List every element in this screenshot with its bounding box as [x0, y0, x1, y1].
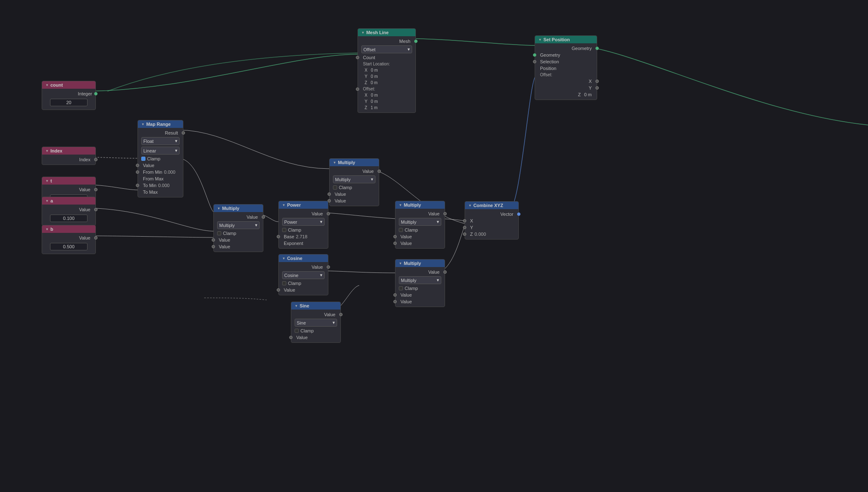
multiply2-label: Multiply [222, 206, 240, 211]
a-label: a [50, 198, 53, 203]
m2-val1-socket[interactable] [212, 238, 215, 242]
map-range-value-label: Value [143, 163, 154, 168]
to-max-label: To Max [143, 190, 158, 195]
mesh-line-offset-dropdown[interactable]: Offset ▾ [361, 45, 412, 53]
cosine-out-socket[interactable] [327, 265, 330, 269]
index-header: ▼ Index [42, 147, 95, 155]
set-pos-geo-out-row: Geometry [535, 45, 597, 52]
power-type-dropdown[interactable]: Power ▾ [282, 218, 325, 226]
count-output-socket[interactable] [94, 92, 98, 95]
m2-val2-socket[interactable] [212, 245, 215, 248]
cosine-out-label: Value [312, 265, 323, 270]
m2-out-socket[interactable] [262, 215, 265, 219]
m2-clamp[interactable] [217, 231, 221, 235]
m4-val1-socket[interactable] [393, 293, 397, 297]
set-pos-selection: Selection [540, 59, 559, 64]
set-pos-output-socket[interactable] [595, 47, 599, 50]
combine-xyz-out-socket[interactable] [517, 212, 520, 216]
b-node: ▼ b Value 0.500 [42, 225, 96, 254]
a-value[interactable]: 0.100 [50, 215, 88, 222]
t-label: t [50, 178, 52, 183]
b-value[interactable]: 0.500 [50, 243, 88, 250]
set-pos-offset-header: Offset: [535, 72, 597, 78]
set-pos-sel-socket[interactable] [533, 60, 536, 63]
map-range-interp-dropdown[interactable]: Linear ▾ [141, 147, 180, 155]
cosine-node: ▼ Cosine Value Cosine ▾ Clamp Value [278, 254, 328, 295]
sine-val-socket[interactable] [289, 336, 293, 339]
m4-out-socket[interactable] [443, 270, 447, 274]
sine-clamp[interactable] [295, 329, 299, 333]
m3-val1-socket[interactable] [393, 235, 397, 238]
b-output-socket[interactable] [94, 236, 98, 240]
map-range-to-min-socket[interactable] [136, 184, 139, 187]
sine-out: Value [291, 311, 340, 318]
index-label: Index [50, 148, 63, 153]
a-output-socket[interactable] [94, 208, 98, 211]
multiply4-node: ▼ Multiply Value Multiply ▾ Clamp Value … [395, 259, 445, 307]
m4-val2-socket[interactable] [393, 300, 397, 303]
power-clamp[interactable] [282, 228, 286, 232]
combine-xyz-header: ▼ Combine XYZ [465, 202, 518, 209]
m3-clamp[interactable] [399, 228, 403, 232]
count-value[interactable]: 20 [50, 99, 88, 106]
t-output-socket[interactable] [94, 188, 98, 191]
mesh-offset-socket[interactable] [356, 87, 359, 91]
mesh-line-output-socket[interactable] [414, 40, 418, 43]
m1-out-socket[interactable] [378, 170, 381, 173]
m4-out: Value [395, 269, 445, 275]
map-range-from-min-socket[interactable] [136, 170, 139, 174]
map-range-float-dropdown[interactable]: Float ▾ [141, 137, 180, 145]
m4-type-dropdown[interactable]: Multiply ▾ [399, 276, 441, 284]
mesh-output: Mesh [399, 39, 410, 44]
cosine-val-socket[interactable] [277, 288, 280, 292]
m3-type-dropdown[interactable]: Multiply ▾ [399, 218, 441, 226]
m1-val1-socket[interactable] [328, 192, 331, 196]
m4-out-label: Value [428, 270, 440, 275]
cosine-clamp[interactable] [282, 281, 286, 285]
combine-xyz-node: ▼ Combine XYZ Vector X Y Z 0.000 [465, 201, 519, 240]
map-range-result-socket[interactable] [182, 131, 185, 135]
multiply1-node: ▼ Multiply Value Multiply ▾ Clamp Value … [329, 158, 379, 206]
power-out-socket[interactable] [327, 212, 330, 215]
combine-xyz-x-socket[interactable] [463, 219, 466, 222]
sine-type-dropdown[interactable]: Sine ▾ [295, 319, 337, 327]
offset-label-row: Offset: [358, 86, 415, 92]
set-pos-x-socket[interactable] [595, 80, 599, 83]
set-pos-position: Position [540, 66, 556, 71]
power-base-socket[interactable] [277, 235, 280, 238]
combine-xyz-label: Combine XYZ [473, 203, 503, 208]
m3-out-socket[interactable] [443, 212, 447, 215]
map-range-float-row: Float ▾ [138, 136, 183, 146]
map-range-value-socket[interactable] [136, 164, 139, 167]
cosine-label: Cosine [287, 256, 303, 261]
map-range-value-row: Value [138, 162, 183, 169]
mesh-line-count-socket[interactable] [356, 56, 359, 59]
sine-node: ▼ Sine Value Sine ▾ Clamp Value [291, 302, 341, 343]
index-collapse: ▼ [45, 149, 49, 153]
m1-clamp[interactable] [333, 185, 337, 190]
m1-type-dropdown[interactable]: Multiply ▾ [333, 175, 375, 183]
cosine-type-dropdown[interactable]: Cosine ▾ [282, 271, 325, 279]
multiply4-header: ▼ Multiply [395, 260, 445, 267]
index-output-socket[interactable] [94, 158, 98, 161]
sine-label: Sine [300, 303, 309, 308]
m3-val2-socket[interactable] [393, 242, 397, 245]
power-out-label: Value [312, 211, 323, 216]
power-label: Power [287, 202, 301, 207]
set-pos-geo-in-socket[interactable] [533, 53, 536, 57]
index-type: Index [79, 157, 90, 162]
m4-clamp[interactable] [399, 286, 403, 290]
m1-val2-row: Value [330, 197, 379, 204]
combine-xyz-out-label: Vector [500, 212, 513, 217]
combine-xyz-z-socket[interactable] [463, 232, 466, 236]
sine-out-socket[interactable] [339, 313, 343, 316]
mesh-line-header: ▼ Mesh Line [358, 29, 415, 36]
m2-type-dropdown[interactable]: Multiply ▾ [217, 221, 260, 229]
map-range-clamp-checkbox[interactable] [141, 157, 145, 161]
map-range-interp-row: Linear ▾ [138, 146, 183, 155]
map-range-to-min-row: To Min 0.000 [138, 182, 183, 189]
combine-xyz-y-socket[interactable] [463, 226, 466, 229]
m1-val1-row: Value [330, 191, 379, 197]
a-node: ▼ a Value 0.100 [42, 197, 96, 226]
set-pos-y-socket[interactable] [595, 86, 599, 90]
